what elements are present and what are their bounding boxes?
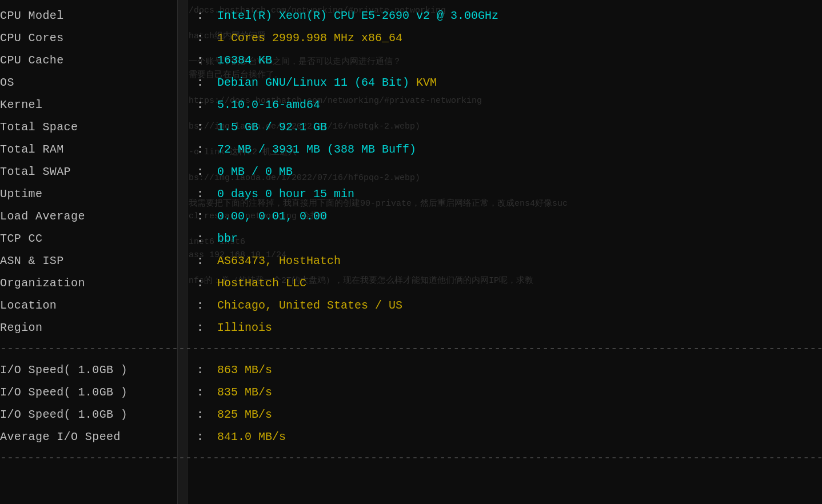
location-colon: : bbox=[183, 297, 217, 314]
asn-isp-label: ASN & ISP bbox=[0, 252, 183, 270]
asn-isp-value: AS63473, HostHatch bbox=[217, 252, 341, 270]
organization-colon: : bbox=[183, 274, 217, 292]
asn-isp-row: ASN & ISP : AS63473, HostHatch bbox=[0, 250, 822, 272]
kernel-label: Kernel bbox=[0, 96, 183, 114]
region-row: Region : Illinois bbox=[0, 317, 822, 339]
total-space-label: Total Space bbox=[0, 118, 183, 136]
load-average-row: Load Average : 0.00, 0.01, 0.00 bbox=[0, 205, 822, 227]
kernel-colon: : bbox=[183, 96, 217, 114]
cpu-cache-colon: : bbox=[183, 51, 217, 69]
top-divider: ----------------------------------------… bbox=[0, 342, 822, 355]
io-speed-1-row: I/O Speed( 1.0GB ) : 863 MB/s bbox=[0, 359, 822, 381]
organization-row: Organization : HostHatch LLC bbox=[0, 272, 822, 294]
uptime-row: Uptime : 0 days 0 hour 15 min bbox=[0, 183, 822, 205]
os-colon: : bbox=[183, 74, 217, 91]
organization-label: Organization bbox=[0, 274, 183, 292]
bottom-divider: ----------------------------------------… bbox=[0, 451, 822, 465]
cpu-model-label: CPU Model bbox=[0, 7, 183, 25]
io-rows: I/O Speed( 1.0GB ) : 863 MB/s I/O Speed(… bbox=[0, 359, 822, 448]
cpu-model-colon: : bbox=[183, 7, 217, 25]
os-row: OS : Debian GNU/Linux 11 (64 Bit) KVM bbox=[0, 71, 822, 94]
region-value: Illinois bbox=[217, 319, 272, 337]
cpu-cores-colon: : bbox=[183, 29, 217, 47]
total-ram-value: 72 MB / 3931 MB (388 MB Buff) bbox=[217, 141, 416, 158]
total-swap-value: 0 MB / 0 MB bbox=[217, 163, 293, 181]
main-content: CPU Model : Intel(R) Xeon(R) CPU E5-2690… bbox=[0, 5, 822, 465]
io-speed-3-value: 825 MB/s bbox=[217, 406, 272, 423]
terminal-container: /docs.hosthatch.com/networking/#private-… bbox=[0, 0, 822, 504]
total-swap-colon: : bbox=[183, 163, 217, 181]
tcp-cc-label: TCP CC bbox=[0, 230, 183, 247]
total-ram-row: Total RAM : 72 MB / 3931 MB (388 MB Buff… bbox=[0, 138, 822, 161]
cpu-cache-label: CPU Cache bbox=[0, 51, 183, 69]
location-value: Chicago, United States / US bbox=[217, 297, 402, 314]
location-row: Location : Chicago, United States / US bbox=[0, 294, 822, 317]
io-speed-2-row: I/O Speed( 1.0GB ) : 835 MB/s bbox=[0, 381, 822, 403]
total-ram-label: Total RAM bbox=[0, 141, 183, 158]
io-speed-3-row: I/O Speed( 1.0GB ) : 825 MB/s bbox=[0, 403, 822, 426]
tcp-cc-row: TCP CC : bbr bbox=[0, 227, 822, 250]
region-label: Region bbox=[0, 319, 183, 337]
cpu-cores-row: CPU Cores : 1 Cores 2999.998 MHz x86_64 bbox=[0, 27, 822, 49]
kernel-row: Kernel : 5.10.0-16-amd64 bbox=[0, 94, 822, 116]
avg-io-speed-label: Average I/O Speed bbox=[0, 428, 183, 446]
total-space-value: 1.5 GB / 92.1 GB bbox=[217, 118, 327, 136]
avg-io-speed-row: Average I/O Speed : 841.0 MB/s bbox=[0, 426, 822, 448]
cpu-cache-row: CPU Cache : 16384 KB bbox=[0, 49, 822, 71]
os-value-cyan: Debian GNU/Linux 11 (64 Bit) bbox=[217, 76, 416, 89]
info-rows: CPU Model : Intel(R) Xeon(R) CPU E5-2690… bbox=[0, 5, 822, 339]
total-swap-label: Total SWAP bbox=[0, 163, 183, 181]
load-average-colon: : bbox=[183, 207, 217, 225]
os-value: Debian GNU/Linux 11 (64 Bit) KVM bbox=[217, 74, 437, 91]
total-space-row: Total Space : 1.5 GB / 92.1 GB bbox=[0, 116, 822, 138]
os-label: OS bbox=[0, 74, 183, 91]
avg-io-speed-colon: : bbox=[183, 428, 217, 446]
io-speed-1-value: 863 MB/s bbox=[217, 361, 272, 379]
io-speed-1-colon: : bbox=[183, 361, 217, 379]
uptime-colon: : bbox=[183, 185, 217, 203]
cpu-model-value: Intel(R) Xeon(R) CPU E5-2690 v2 @ 3.00GH… bbox=[217, 7, 498, 25]
os-value-yellow: KVM bbox=[416, 76, 437, 89]
load-average-label: Load Average bbox=[0, 207, 183, 225]
tcp-cc-colon: : bbox=[183, 230, 217, 247]
total-ram-colon: : bbox=[183, 141, 217, 158]
cpu-cores-label: CPU Cores bbox=[0, 29, 183, 47]
asn-isp-colon: : bbox=[183, 252, 217, 270]
cpu-model-row: CPU Model : Intel(R) Xeon(R) CPU E5-2690… bbox=[0, 5, 822, 27]
io-speed-3-label: I/O Speed( 1.0GB ) bbox=[0, 406, 183, 423]
cpu-cache-value: 16384 KB bbox=[217, 51, 272, 69]
io-speed-2-label: I/O Speed( 1.0GB ) bbox=[0, 383, 183, 401]
avg-io-speed-value: 841.0 MB/s bbox=[217, 428, 286, 446]
kernel-value: 5.10.0-16-amd64 bbox=[217, 96, 320, 114]
io-speed-1-label: I/O Speed( 1.0GB ) bbox=[0, 361, 183, 379]
tcp-cc-value: bbr bbox=[217, 230, 238, 247]
total-swap-row: Total SWAP : 0 MB / 0 MB bbox=[0, 161, 822, 183]
location-label: Location bbox=[0, 297, 183, 314]
total-space-colon: : bbox=[183, 118, 217, 136]
cpu-cores-value: 1 Cores 2999.998 MHz x86_64 bbox=[217, 29, 402, 47]
io-speed-2-colon: : bbox=[183, 383, 217, 401]
uptime-value: 0 days 0 hour 15 min bbox=[217, 185, 354, 203]
region-colon: : bbox=[183, 319, 217, 337]
io-speed-2-value: 835 MB/s bbox=[217, 383, 272, 401]
uptime-label: Uptime bbox=[0, 185, 183, 203]
organization-value: HostHatch LLC bbox=[217, 274, 306, 292]
load-average-value: 0.00, 0.01, 0.00 bbox=[217, 207, 327, 225]
io-speed-3-colon: : bbox=[183, 406, 217, 423]
